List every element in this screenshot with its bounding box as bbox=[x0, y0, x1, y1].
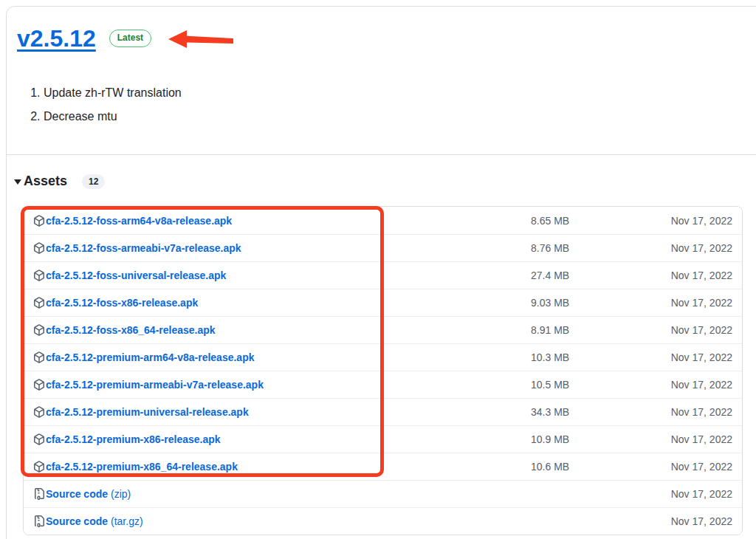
asset-download-link[interactable]: cfa-2.5.12-premium-armeabi-v7a-release.a… bbox=[33, 379, 264, 391]
release-note-item: Update zh-rTW translation bbox=[44, 81, 756, 105]
latest-badge: Latest bbox=[109, 30, 151, 47]
asset-name-suffix: (tar.gz) bbox=[111, 515, 143, 527]
asset-row: cfa-2.5.12-foss-armeabi-v7a-release.apk … bbox=[24, 234, 742, 261]
asset-row: cfa-2.5.12-premium-x86-release.apk 10.9 … bbox=[24, 425, 742, 453]
asset-date: Nov 17, 2022 bbox=[671, 242, 732, 254]
asset-name: cfa-2.5.12-foss-armeabi-v7a-release.apk bbox=[46, 242, 241, 254]
asset-date: Nov 17, 2022 bbox=[671, 406, 732, 418]
asset-date: Nov 17, 2022 bbox=[671, 297, 732, 309]
asset-size: 10.5 MB bbox=[531, 379, 569, 391]
asset-name-suffix: (zip) bbox=[111, 488, 131, 500]
assets-list: cfa-2.5.12-foss-arm64-v8a-release.apk 8.… bbox=[23, 206, 743, 535]
asset-size: 8.91 MB bbox=[531, 324, 569, 336]
asset-name: cfa-2.5.12-premium-x86-release.apk bbox=[46, 433, 221, 445]
asset-row: cfa-2.5.12-foss-x86-release.apk 9.03 MB … bbox=[24, 289, 742, 316]
asset-size: 8.76 MB bbox=[531, 242, 569, 254]
asset-size: 10.9 MB bbox=[531, 433, 569, 445]
asset-name: Source code bbox=[46, 515, 108, 527]
package-icon bbox=[33, 215, 45, 227]
asset-name: cfa-2.5.12-premium-universal-release.apk bbox=[46, 406, 249, 418]
asset-download-link[interactable]: cfa-2.5.12-foss-x86_64-release.apk bbox=[33, 324, 216, 336]
asset-download-link[interactable]: cfa-2.5.12-foss-armeabi-v7a-release.apk bbox=[33, 242, 241, 254]
asset-size: 27.4 MB bbox=[531, 270, 569, 281]
assets-count-badge: 12 bbox=[82, 174, 105, 189]
asset-date: Nov 17, 2022 bbox=[671, 324, 732, 336]
asset-name: Source code bbox=[46, 488, 108, 500]
asset-name: cfa-2.5.12-foss-x86-release.apk bbox=[46, 297, 198, 309]
asset-row: cfa-2.5.12-premium-x86_64-release.apk 10… bbox=[24, 453, 742, 480]
package-icon bbox=[33, 324, 45, 336]
package-icon bbox=[33, 270, 45, 281]
release-title-row: v2.5.12 Latest bbox=[17, 23, 756, 54]
section-divider bbox=[7, 154, 756, 155]
asset-size: 10.3 MB bbox=[531, 351, 569, 363]
package-icon bbox=[33, 433, 45, 445]
asset-date: Nov 17, 2022 bbox=[671, 515, 732, 527]
asset-row: cfa-2.5.12-foss-universal-release.apk 27… bbox=[24, 261, 742, 289]
asset-download-link[interactable]: cfa-2.5.12-premium-arm64-v8a-release.apk bbox=[33, 351, 255, 363]
asset-row: cfa-2.5.12-premium-universal-release.apk… bbox=[24, 398, 742, 425]
release-notes-list: Update zh-rTW translation Decrease mtu bbox=[17, 81, 756, 128]
asset-download-link[interactable]: cfa-2.5.12-foss-universal-release.apk bbox=[33, 270, 226, 281]
asset-row: cfa-2.5.12-foss-x86_64-release.apk 8.91 … bbox=[24, 316, 742, 343]
asset-date: Nov 17, 2022 bbox=[671, 461, 732, 473]
asset-name: cfa-2.5.12-foss-universal-release.apk bbox=[46, 270, 226, 281]
release-title-link[interactable]: v2.5.12 bbox=[17, 24, 96, 53]
assets-heading: Assets bbox=[24, 174, 67, 189]
asset-size: 9.03 MB bbox=[531, 297, 569, 309]
asset-download-link[interactable]: cfa-2.5.12-foss-x86-release.apk bbox=[33, 297, 198, 309]
chevron-down-icon bbox=[14, 179, 21, 185]
asset-row: cfa-2.5.12-premium-armeabi-v7a-release.a… bbox=[24, 371, 742, 398]
asset-date: Nov 17, 2022 bbox=[671, 351, 732, 363]
asset-size: 8.65 MB bbox=[531, 215, 569, 227]
asset-size: 10.6 MB bbox=[531, 461, 569, 473]
asset-size: 34.3 MB bbox=[531, 406, 569, 418]
asset-row: cfa-2.5.12-foss-arm64-v8a-release.apk 8.… bbox=[24, 207, 742, 234]
asset-download-link[interactable]: Source code (tar.gz) bbox=[33, 515, 143, 527]
file-zip-icon bbox=[33, 488, 45, 500]
package-icon bbox=[33, 406, 45, 418]
package-icon bbox=[33, 379, 45, 391]
asset-name: cfa-2.5.12-foss-x86_64-release.apk bbox=[46, 324, 216, 336]
package-icon bbox=[33, 242, 45, 254]
asset-download-link[interactable]: cfa-2.5.12-premium-universal-release.apk bbox=[33, 406, 249, 418]
asset-row: cfa-2.5.12-premium-arm64-v8a-release.apk… bbox=[24, 343, 742, 371]
asset-name: cfa-2.5.12-premium-armeabi-v7a-release.a… bbox=[46, 379, 264, 391]
package-icon bbox=[33, 461, 45, 473]
release-note-item: Decrease mtu bbox=[44, 105, 756, 128]
asset-date: Nov 17, 2022 bbox=[671, 270, 732, 281]
asset-date: Nov 17, 2022 bbox=[671, 488, 732, 500]
asset-row: Source code (tar.gz) Nov 17, 2022 bbox=[24, 507, 742, 535]
asset-row: Source code (zip) Nov 17, 2022 bbox=[24, 480, 742, 507]
release-card: v2.5.12 Latest Update zh-rTW translation… bbox=[6, 6, 756, 539]
asset-download-link[interactable]: Source code (zip) bbox=[33, 488, 131, 500]
asset-date: Nov 17, 2022 bbox=[671, 433, 732, 445]
asset-date: Nov 17, 2022 bbox=[671, 379, 732, 391]
asset-download-link[interactable]: cfa-2.5.12-foss-arm64-v8a-release.apk bbox=[33, 215, 232, 227]
package-icon bbox=[33, 351, 45, 363]
asset-name: cfa-2.5.12-premium-arm64-v8a-release.apk bbox=[46, 351, 255, 363]
asset-download-link[interactable]: cfa-2.5.12-premium-x86-release.apk bbox=[33, 433, 221, 445]
asset-download-link[interactable]: cfa-2.5.12-premium-x86_64-release.apk bbox=[33, 461, 238, 473]
package-icon bbox=[33, 297, 45, 309]
asset-name: cfa-2.5.12-premium-x86_64-release.apk bbox=[46, 461, 238, 473]
asset-name: cfa-2.5.12-foss-arm64-v8a-release.apk bbox=[46, 215, 232, 227]
asset-date: Nov 17, 2022 bbox=[671, 215, 732, 227]
assets-toggle[interactable]: Assets 12 bbox=[14, 174, 756, 189]
file-zip-icon bbox=[33, 515, 45, 527]
